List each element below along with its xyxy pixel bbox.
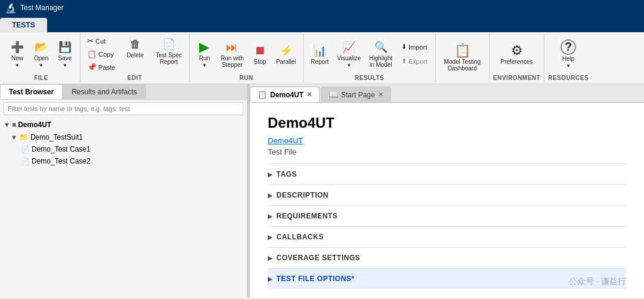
copy-button[interactable]: 📋 Copy <box>84 48 118 60</box>
chevron-description: ▶ <box>268 192 273 199</box>
export-icon: ⬆ <box>401 57 407 65</box>
testspecreport-icon: 📄 <box>162 37 176 51</box>
run-group-label: RUN <box>193 75 299 81</box>
tree-item-demo-testcase1[interactable]: 📄 Demo_Test Case1 <box>0 143 247 155</box>
tree-item-demo-testsuit1[interactable]: ▼ 📁 Demo_TestSuit1 <box>0 131 247 143</box>
highlight-icon: 🔍 <box>374 40 388 54</box>
report-button[interactable]: 📊 Report <box>307 41 332 67</box>
stop-button[interactable]: ⏹ Stop <box>249 41 271 67</box>
doc-tab-startpage-close[interactable]: ✕ <box>378 91 383 98</box>
ribbon-group-environment: ⚙ Preferences ENVIRONMENT <box>490 33 544 82</box>
delete-button[interactable]: 🗑 Delete <box>123 35 147 61</box>
top-tab-bar: TESTS <box>0 16 644 32</box>
doc-link[interactable]: Demo4UT <box>268 136 626 145</box>
highlight-button[interactable]: 🔍 Highlightin Model <box>366 38 396 70</box>
tree-item-demo4ut[interactable]: ▼ ■ Demo4UT <box>0 119 247 131</box>
parallel-button[interactable]: ⚡ Parallel <box>273 41 299 67</box>
results-group-label: RESULTS <box>307 75 432 81</box>
visualize-icon: 📈 <box>342 40 356 54</box>
doc-tab-demo4ut[interactable]: 📋 Demo4UT ✕ <box>250 87 320 102</box>
doc-tab-demo4ut-close[interactable]: ✕ <box>306 91 312 98</box>
tests-tab[interactable]: TESTS <box>0 18 47 32</box>
section-callbacks: ▶ CALLBACKS <box>268 226 626 247</box>
doc-tab-startpage[interactable]: 📖 Start Page ✕ <box>321 87 391 102</box>
section-test-file-options-header[interactable]: ▶ TEST FILE OPTIONS* <box>268 272 626 285</box>
open-button[interactable]: 📂 Open▼ <box>30 38 52 71</box>
doc-content: Demo4UT Demo4UT Test File ▶ TAGS ▶ DESCR… <box>250 103 644 297</box>
delete-label: Delete <box>126 52 144 58</box>
panel-tabs: Test Browser Results and Artifacts <box>0 84 247 100</box>
results-buttons: 📊 Report 📈 Visualize▼ 🔍 Highlightin Mode… <box>307 35 432 73</box>
section-coverage-header[interactable]: ▶ COVERAGE SETTINGS <box>268 251 626 264</box>
file-buttons: ➕ New▼ 📂 Open▼ 💾 Save▼ <box>6 35 76 73</box>
section-test-file-options: ▶ TEST FILE OPTIONS* <box>268 268 626 289</box>
results-artifacts-tab[interactable]: Results and Artifacts <box>63 84 145 99</box>
new-label: New▼ <box>11 55 23 69</box>
chevron-tags: ▶ <box>268 171 273 178</box>
highlight-label: Highlightin Model <box>369 55 392 68</box>
run-button[interactable]: ▶ Run▼ <box>193 38 216 71</box>
save-icon: 💾 <box>58 40 72 54</box>
section-description: ▶ DESCRIPTION <box>268 184 626 205</box>
run-icon: ▶ <box>197 40 212 54</box>
main-layout: Test Browser Results and Artifacts ▼ ■ D… <box>0 84 644 297</box>
ribbon-group-edit: ✂ Cut 📋 Copy 📌 Paste 🗑 Delete <box>80 33 190 82</box>
run-buttons: ▶ Run▼ ⏭ Run withStepper ⏹ Stop ⚡ Parall… <box>193 35 299 73</box>
section-tags: ▶ TAGS <box>268 164 626 184</box>
section-coverage-label: COVERAGE SETTINGS <box>277 254 361 262</box>
ribbon-row: ➕ New▼ 📂 Open▼ 💾 Save▼ FILE ✂ <box>0 32 644 84</box>
doc-tab-demo4ut-label: Demo4UT <box>270 91 304 99</box>
help-label: Help▼ <box>562 56 575 69</box>
preferences-button[interactable]: ⚙ Preferences <box>497 41 537 67</box>
section-callbacks-header[interactable]: ▶ CALLBACKS <box>268 230 626 243</box>
ribbon-group-results: 📊 Report 📈 Visualize▼ 🔍 Highlightin Mode… <box>304 33 436 82</box>
section-description-label: DESCRIPTION <box>277 191 329 199</box>
edit-buttons: ✂ Cut 📋 Copy 📌 Paste 🗑 Delete <box>84 35 185 73</box>
test-browser-tab[interactable]: Test Browser <box>0 84 63 99</box>
save-button[interactable]: 💾 Save▼ <box>54 38 76 71</box>
import-button[interactable]: ⬇ Import <box>397 41 432 53</box>
doc-tab-demo4ut-icon: 📋 <box>258 90 267 99</box>
file-group-label: FILE <box>6 75 76 81</box>
cut-button[interactable]: ✂ Cut <box>84 35 118 47</box>
paste-label: Paste <box>98 64 115 71</box>
paste-button[interactable]: 📌 Paste <box>84 61 118 73</box>
resources-buttons: ? Help▼ <box>548 35 589 73</box>
edit-small-buttons: ✂ Cut 📋 Copy 📌 Paste <box>84 35 118 73</box>
section-callbacks-label: CALLBACKS <box>277 233 324 241</box>
section-tags-header[interactable]: ▶ TAGS <box>268 168 626 181</box>
help-button[interactable]: ? Help▼ <box>557 37 580 72</box>
testspecreport-label: Test SpecReport <box>156 52 182 65</box>
section-requirements-header[interactable]: ▶ REQUIREMENTS <box>268 209 626 223</box>
visualize-button[interactable]: 📈 Visualize▼ <box>333 38 364 71</box>
section-test-file-options-label: TEST FILE OPTIONS* <box>277 275 355 283</box>
doc-icon-2: 📄 <box>21 158 30 165</box>
cut-icon: ✂ <box>87 36 94 45</box>
testspecreport-button[interactable]: 📄 Test SpecReport <box>152 35 185 67</box>
collapse-icon: ▼ <box>4 121 10 128</box>
runstepper-label: Run withStepper <box>221 55 244 68</box>
doc-tab-startpage-icon: 📖 <box>329 90 338 99</box>
export-label: Export <box>408 58 428 65</box>
visualize-label: Visualize▼ <box>337 55 361 69</box>
section-description-header[interactable]: ▶ DESCRIPTION <box>268 189 626 202</box>
testcase2-label: Demo_Test Case2 <box>32 157 91 165</box>
copy-icon: 📋 <box>87 50 97 58</box>
save-label: Save▼ <box>58 55 72 69</box>
right-panel: 📋 Demo4UT ✕ 📖 Start Page ✕ Demo4UT Demo4… <box>250 84 644 297</box>
modeltesting-button[interactable]: 📋 Model TestingDashboard <box>441 41 485 74</box>
section-tags-label: TAGS <box>277 170 297 178</box>
report-label: Report <box>311 58 329 65</box>
environment-buttons: ⚙ Preferences <box>493 35 540 73</box>
tree-item-demo-testcase2[interactable]: 📄 Demo_Test Case2 <box>0 155 247 167</box>
parallel-icon: ⚡ <box>279 44 293 58</box>
filter-input[interactable] <box>4 102 243 115</box>
export-button[interactable]: ⬆ Export <box>397 55 432 67</box>
new-icon: ➕ <box>10 40 24 54</box>
new-button[interactable]: ➕ New▼ <box>6 38 29 71</box>
ribbon-group-modeltesting: 📋 Model TestingDashboard <box>436 33 490 82</box>
chevron-test-file-options: ▶ <box>268 276 273 282</box>
runstepper-button[interactable]: ⏭ Run withStepper <box>217 38 247 70</box>
ribbon-toolbar: ➕ New▼ 📂 Open▼ 💾 Save▼ FILE ✂ <box>0 32 644 84</box>
delete-icon: 🗑 <box>128 37 143 51</box>
